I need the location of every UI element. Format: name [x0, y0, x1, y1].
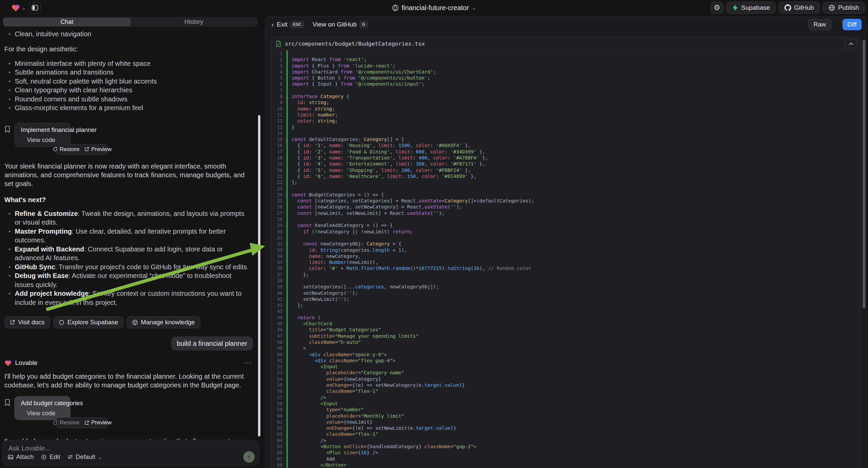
code-line: 10 name: string; — [271, 106, 861, 112]
chat-input[interactable]: Ask Lovable... Attach Edit — [3, 440, 259, 466]
chevron-down-icon: ⌄ — [22, 5, 26, 11]
code-line: 20 { id: '5', name: 'Shopping', limit: 2… — [271, 167, 861, 173]
lovable-heart-icon — [11, 4, 20, 12]
visit-docs-button[interactable]: Visit docs — [4, 316, 50, 328]
exit-button[interactable]: ‹ Exit ESC — [272, 21, 304, 29]
fold-chevron-icon[interactable]: ⌄ — [285, 93, 287, 99]
code-line: 34 name: newCategory, — [271, 253, 861, 259]
code-line: 19 { id: '4', name: 'Entertainment', lim… — [271, 161, 861, 167]
project-icon — [392, 4, 399, 11]
package-icon — [132, 320, 138, 325]
code-line: 43​ — [271, 308, 861, 314]
fold-chevron-icon[interactable]: ⌄ — [285, 222, 287, 228]
code-line: 4import ChartCard from '@/components/ui/… — [271, 69, 861, 75]
mode-selector[interactable]: Default ⌄ — [67, 453, 102, 461]
preview-button[interactable]: Preview — [84, 146, 112, 153]
target-icon — [41, 454, 46, 460]
code-line: 28​ — [271, 216, 861, 222]
list-item: Minimalist interface with plenty of whit… — [4, 59, 252, 68]
code-line: 6import { Input } from '@/components/ui/… — [271, 81, 861, 87]
code-line: 68 </Button> — [271, 462, 861, 468]
code-line: 26 const [newCategory, setNewCategory] =… — [271, 204, 861, 210]
tab-chat[interactable]: Chat — [3, 18, 130, 26]
code-line: 51 <div className="flex gap-4"> — [271, 357, 861, 363]
restore-icon — [53, 420, 58, 426]
tab-history[interactable]: History — [130, 18, 257, 26]
chat-panel: Chat History Clean, intuitive navigation… — [0, 16, 265, 468]
code-line: 59 type="number" — [271, 407, 861, 413]
restore-button[interactable]: Restore — [53, 146, 80, 153]
code-line: 7​ — [271, 87, 861, 93]
quick-actions: Visit docs Explore Supabase Manage knowl… — [4, 316, 253, 328]
code-line: 2import React from 'react'; — [271, 56, 861, 62]
attach-button[interactable]: Attach — [8, 453, 34, 461]
code-line: 58 <Input — [271, 401, 861, 407]
code-scrollbar-thumb[interactable] — [863, 40, 865, 309]
preview-button[interactable]: Preview — [84, 419, 112, 426]
manage-knowledge-button[interactable]: Manage knowledge — [127, 316, 200, 328]
list-item: Rounded corners and subtle shadows — [4, 95, 252, 104]
raw-toggle-button[interactable]: Raw — [808, 19, 831, 30]
view-on-github-button[interactable]: View on GitHub G — [312, 21, 367, 28]
supabase-button[interactable]: Supabase — [726, 2, 776, 14]
assistant-summary: Your sleek financial planner is now read… — [4, 162, 252, 188]
publish-button[interactable]: Publish — [823, 2, 865, 14]
added-file-icon — [276, 40, 281, 47]
list-item: Subtle animations and transitions — [4, 68, 252, 77]
sidebar-toggle-icon — [32, 4, 38, 11]
chevron-down-icon: ⌄ — [98, 454, 102, 460]
top-bar: ⌄ financial-future-creator ⌄ ⚙ Supabase — [0, 0, 868, 16]
github-icon — [784, 4, 791, 11]
external-link-icon — [84, 420, 89, 426]
restore-button[interactable]: Restore — [53, 419, 80, 426]
project-switcher[interactable]: financial-future-creator ⌄ — [392, 0, 476, 16]
code-line: 48 className="h-auto" — [271, 339, 861, 345]
send-button[interactable]: ↑ — [243, 451, 255, 463]
collapse-file-button[interactable] — [844, 39, 857, 48]
message-options-button[interactable]: ⋯ — [244, 358, 252, 367]
settings-button[interactable]: ⚙ — [711, 2, 723, 14]
code-line: 3import { Plus } from 'lucide-react'; — [271, 63, 861, 69]
list-item: GitHub Sync: Transfer your project's cod… — [4, 263, 252, 272]
code-line: 29⌄ const handleAddCategory = () => { — [271, 222, 861, 228]
github-button[interactable]: GitHub — [779, 2, 820, 14]
external-link-icon — [10, 320, 15, 325]
diff-toggle-button[interactable]: Diff — [842, 19, 862, 30]
globe-icon — [829, 4, 835, 11]
code-line: 41 setNewLimit(''); — [271, 296, 861, 302]
list-item: Expand with Backend: Connect Supabase to… — [4, 245, 252, 263]
list-item: Glass-morphic elements for a premium fee… — [4, 104, 252, 113]
chat-scrollbar-thumb[interactable] — [258, 115, 260, 436]
fold-chevron-icon[interactable]: ⌄ — [285, 192, 287, 198]
fold-chevron-icon[interactable]: ⌄ — [285, 136, 287, 142]
restore-preview-pill: Restore Preview — [56, 417, 108, 428]
image-icon — [8, 454, 13, 460]
supabase-icon — [732, 4, 738, 11]
view-code-link[interactable]: View code — [27, 136, 67, 144]
view-code-link[interactable]: View code — [27, 410, 67, 417]
chat-messages: Clean, intuitive navigation For the desi… — [0, 28, 265, 455]
code-line: 8⌄interface Category { — [271, 93, 861, 99]
edit-button[interactable]: Edit — [41, 453, 60, 461]
fold-chevron-icon[interactable]: ⌄ — [285, 241, 287, 247]
assistant-reply: I'll help you add budget categories to t… — [4, 372, 252, 389]
whats-next-list: Refine & Customize: Tweak the design, an… — [4, 209, 253, 307]
project-name: financial-future-creator — [402, 4, 469, 12]
chevron-left-icon: ‹ — [272, 21, 274, 29]
version-card-implement-financial-planner[interactable]: Implement financial planner View code — [14, 123, 70, 147]
code-line: 15⌄const defaultCategories: Category[] =… — [271, 136, 861, 142]
file-header[interactable]: src/components/budget/BudgetCategories.t… — [271, 38, 861, 50]
explore-supabase-button[interactable]: Explore Supabase — [53, 316, 123, 328]
code-line: 60 placeholder="Monthly limit" — [271, 413, 861, 419]
list-item: Clean, intuitive navigation — [4, 30, 252, 39]
external-link-icon — [84, 147, 89, 152]
whats-next-heading: What's next? — [4, 196, 253, 204]
code-line: 24⌄const BudgetCategories = () => { — [271, 192, 861, 198]
code-editor[interactable]: 1​2import React from 'react';3import { P… — [271, 50, 861, 468]
version-card-add-budget-categories[interactable]: Add budget categories View code — [14, 396, 70, 420]
sidebar-toggle-button[interactable] — [29, 2, 40, 13]
lovable-heart-icon — [4, 359, 12, 366]
lovable-logo-menu[interactable]: ⌄ — [11, 4, 26, 12]
chat-tabs: Chat History — [3, 17, 258, 27]
restore-icon — [53, 147, 58, 152]
